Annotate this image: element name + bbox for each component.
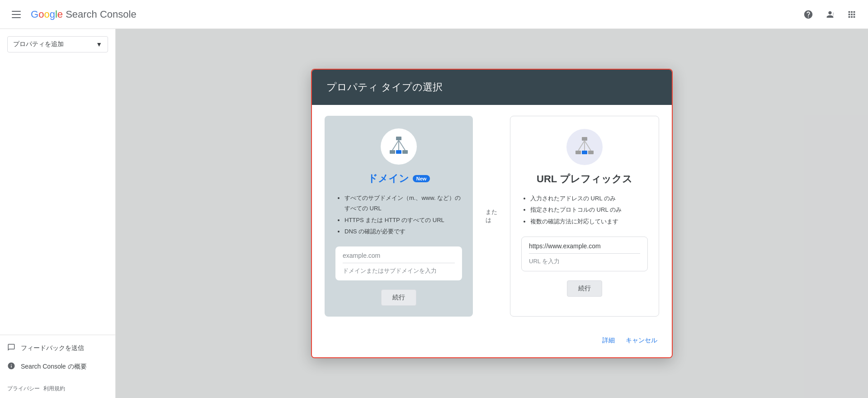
svg-rect-7 <box>582 137 587 141</box>
domain-feature-3: DNS の確認が必要です <box>344 226 462 237</box>
svg-line-6 <box>399 140 405 150</box>
topbar-right <box>799 5 861 24</box>
google-logo: Google <box>31 9 66 20</box>
svg-line-4 <box>392 140 399 150</box>
domain-card: ドメイン New すべてのサブドメイン（m.、www. など）のすべての URL… <box>325 116 473 317</box>
domain-card-icon <box>381 128 417 165</box>
url-input-value[interactable]: https://www.example.com <box>529 242 640 254</box>
modal-overlay: プロパティ タイプの選択 <box>116 29 868 398</box>
help-button[interactable] <box>799 5 817 24</box>
property-selector-label: プロパティを追加 <box>13 40 64 48</box>
sidebar-bottom: フィードバックを送信 Search Console の概要 <box>0 335 115 379</box>
svg-line-13 <box>585 141 591 151</box>
modal-header: プロパティ タイプの選択 <box>312 70 672 105</box>
svg-rect-2 <box>402 150 408 154</box>
svg-rect-10 <box>582 151 587 154</box>
url-input-hint: URL を入力 <box>529 257 640 265</box>
hamburger-menu-button[interactable] <box>7 5 25 24</box>
details-button[interactable]: 詳細 <box>600 333 617 348</box>
svg-rect-3 <box>396 150 401 154</box>
domain-input-group: example.com ドメインまたはサブドメインを入力 <box>335 246 462 280</box>
apps-icon <box>847 9 857 19</box>
url-feature-1: 入力されたアドレスの URL のみ <box>530 193 648 204</box>
property-selector[interactable]: プロパティを追加 ▼ <box>7 36 108 52</box>
apps-button[interactable] <box>843 5 861 24</box>
svg-rect-0 <box>396 137 401 140</box>
domain-network-icon <box>388 135 410 158</box>
svg-rect-9 <box>588 151 594 154</box>
help-icon <box>803 9 813 19</box>
modal-body: ドメイン New すべてのサブドメイン（m.、www. など）のすべての URL… <box>312 105 672 328</box>
url-continue-button[interactable]: 続行 <box>567 280 602 297</box>
domain-feature-2: HTTPS または HTTP のすべての URL <box>344 215 462 225</box>
svg-rect-8 <box>576 151 581 154</box>
url-feature-2: 指定されたプロトコルの URL のみ <box>530 204 648 215</box>
sidebar: プロパティを追加 ▼ フィードバックを送信 Search Console の概要… <box>0 29 116 398</box>
account-icon <box>825 9 835 19</box>
privacy-link[interactable]: プライバシー <box>7 385 40 393</box>
domain-input-hint: ドメインまたはサブドメインを入力 <box>343 267 455 275</box>
new-badge: New <box>413 175 430 182</box>
terms-link[interactable]: 利用規約 <box>43 385 65 393</box>
about-label: Search Console の概要 <box>21 363 87 371</box>
sidebar-footer: プライバシー 利用規約 <box>0 379 115 398</box>
domain-card-features: すべてのサブドメイン（m.、www. など）のすべての URL HTTPS また… <box>335 193 462 238</box>
topbar: Google Search Console <box>0 0 868 29</box>
feedback-icon <box>7 343 15 353</box>
cancel-button[interactable]: キャンセル <box>624 333 659 348</box>
topbar-left: Google Search Console <box>7 5 137 24</box>
url-network-icon <box>574 135 595 159</box>
url-card-title-row: URL プレフィックス <box>537 172 632 186</box>
app-logo: Google Search Console <box>31 9 137 20</box>
sidebar-item-feedback[interactable]: フィードバックを送信 <box>0 339 115 357</box>
domain-card-title-row: ドメイン New <box>368 172 430 185</box>
modal-footer: 詳細 キャンセル <box>312 327 672 357</box>
url-feature-3: 複数の確認方法に対応しています <box>530 216 648 227</box>
domain-continue-button[interactable]: 続行 <box>381 289 416 306</box>
url-input-group: https://www.example.com URL を入力 <box>521 237 648 271</box>
modal-title: プロパティ タイプの選択 <box>326 81 657 94</box>
app-title: Search Console <box>66 9 137 20</box>
hamburger-icon <box>8 7 24 22</box>
url-card: URL プレフィックス 入力されたアドレスの URL のみ 指定されたプロトコル… <box>510 116 659 317</box>
feedback-label: フィードバックを送信 <box>21 344 84 352</box>
modal-dialog: プロパティ タイプの選択 <box>311 69 673 359</box>
svg-rect-1 <box>390 150 395 154</box>
info-icon <box>7 362 15 371</box>
sidebar-item-about[interactable]: Search Console の概要 <box>0 357 115 376</box>
dropdown-chevron-icon: ▼ <box>96 41 102 48</box>
domain-feature-1: すべてのサブドメイン（m.、www. など）のすべての URL <box>344 193 462 214</box>
account-button[interactable] <box>821 5 839 24</box>
domain-card-title: ドメイン <box>368 172 409 185</box>
url-card-icon <box>566 129 603 165</box>
url-card-title: URL プレフィックス <box>537 172 632 186</box>
url-card-features: 入力されたアドレスの URL のみ 指定されたプロトコルの URL のみ 複数の… <box>521 193 648 227</box>
domain-input-placeholder[interactable]: example.com <box>343 252 455 263</box>
separator: または <box>484 116 499 317</box>
svg-line-11 <box>578 141 585 151</box>
